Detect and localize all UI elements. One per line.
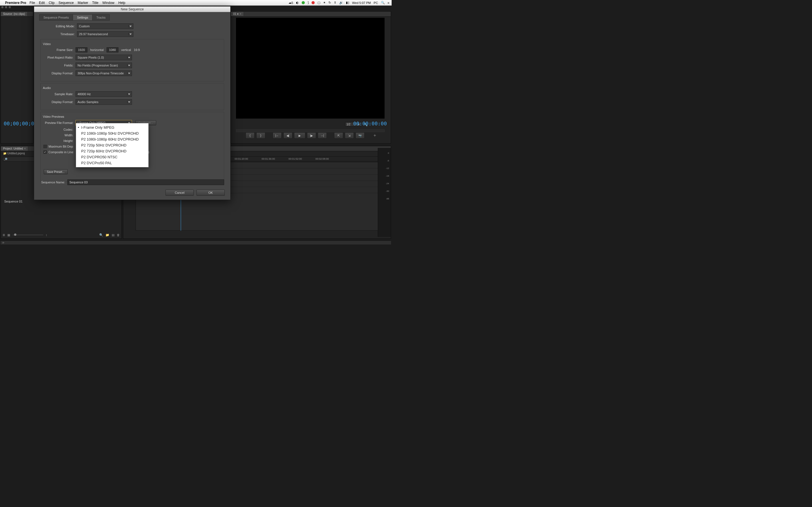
search-input[interactable]: 🔎	[2, 157, 36, 162]
meter-label: -24	[386, 182, 389, 185]
thumbnail-size-slider[interactable]	[12, 234, 43, 235]
menu-clip[interactable]: Clip	[49, 1, 55, 5]
list-view-icon[interactable]: ≣	[3, 233, 5, 237]
fields-label: Fields:	[43, 64, 75, 67]
menu-edit[interactable]: Edit	[39, 1, 45, 5]
creative-cloud-icon[interactable]: ☁ 5	[289, 1, 293, 4]
tab-sequence-presets[interactable]: Sequence Presets	[39, 14, 73, 20]
close-icon[interactable]: ×	[240, 12, 241, 15]
new-bin-icon[interactable]: 📁	[105, 233, 109, 237]
app-name[interactable]: Premiere Pro	[5, 1, 26, 5]
max-bit-depth-checkbox[interactable]	[43, 145, 47, 148]
find-icon[interactable]: 🔍	[99, 233, 103, 237]
ruler-tick: 00:01:20:00	[235, 158, 248, 160]
save-preset-button[interactable]: Save Preset...	[44, 169, 68, 174]
sort-icon[interactable]: ↕	[46, 233, 47, 237]
airplay-icon[interactable]: ▢	[317, 1, 320, 4]
spotlight-icon[interactable]: 🔍	[381, 1, 385, 4]
ok-button[interactable]: OK	[197, 189, 225, 196]
max-bit-depth-label: Maximum Bit Dep	[49, 145, 73, 148]
tab-settings[interactable]: Settings	[73, 14, 93, 20]
source-timecode: 00;00;00;00	[4, 121, 37, 126]
menu-title[interactable]: Title	[92, 1, 98, 5]
codec-label: Codec:	[43, 128, 75, 131]
popup-option[interactable]: P2 DVCPro50 PAL	[76, 160, 148, 166]
chevron-down-icon	[129, 25, 132, 27]
menu-window[interactable]: Window	[102, 1, 114, 5]
meter-label: -6	[387, 159, 389, 162]
step-back-button[interactable]: ◀|	[283, 132, 292, 138]
frame-height-input[interactable]	[107, 47, 118, 52]
window-controls[interactable]	[1, 6, 11, 8]
project-toolbar: ≣ ▦ ↕ 🔍 📁 ▤ 🗑	[3, 232, 120, 237]
preview-file-format-dropdown[interactable]: I-Frame Only MPEG I-Frame Only MPEG P2 1…	[75, 120, 132, 126]
extract-button[interactable]: ⇲	[345, 132, 354, 138]
user-menu[interactable]: PC	[373, 1, 378, 4]
par-dropdown[interactable]: Square Pixels (1.0)	[75, 55, 132, 60]
record-icon[interactable]	[312, 1, 315, 4]
audio-section-label: Audio	[42, 86, 52, 90]
tab-tracks[interactable]: Tracks	[92, 14, 110, 20]
evernote-icon[interactable]	[302, 1, 305, 4]
timebase-dropdown[interactable]: 29.97 frames/second	[77, 31, 133, 37]
tray-icon[interactable]: ✶	[323, 1, 326, 4]
menu-marker[interactable]: Marker	[78, 1, 88, 5]
frame-width-input[interactable]	[75, 47, 87, 52]
volume-icon[interactable]: 🔊	[339, 1, 343, 4]
step-forward-button[interactable]: |▶	[307, 132, 316, 138]
menu-file[interactable]: File	[30, 1, 35, 5]
sample-rate-dropdown[interactable]: 48000 Hz	[75, 91, 132, 97]
chevron-down-icon	[127, 64, 131, 67]
popup-option[interactable]: P2 720p 60Hz DVCPROHD	[76, 148, 148, 154]
tray-icon[interactable]: ◐	[296, 1, 299, 4]
status-icon[interactable]: ⟳	[2, 241, 4, 244]
clock[interactable]: Wed 5:07 PM	[352, 1, 371, 4]
program-timecode: 00:00:00:00	[353, 121, 387, 126]
program-tab[interactable]: 01 ▾×	[231, 12, 244, 16]
chevron-down-icon	[127, 101, 131, 103]
mark-in-button[interactable]: {	[246, 132, 255, 138]
new-item-icon[interactable]: ▤	[112, 233, 114, 237]
sequence-item-label[interactable]: Sequence 01	[4, 200, 22, 203]
sequence-name-input[interactable]	[67, 179, 224, 185]
wifi-icon[interactable]: ⥣	[334, 1, 336, 4]
cancel-button[interactable]: Cancel	[165, 189, 194, 196]
go-to-in-button[interactable]: |←	[273, 132, 282, 138]
program-viewer[interactable]	[236, 18, 385, 119]
icon-view-icon[interactable]: ▦	[7, 233, 10, 237]
battery-icon[interactable]: ▮▯	[346, 1, 349, 4]
preview-height-label: Height:	[43, 139, 75, 143]
popup-option[interactable]: P2 1080i-1080p 60Hz DVCPROHD	[76, 136, 148, 142]
editing-mode-dropdown[interactable]: Custom	[77, 23, 133, 29]
fields-dropdown[interactable]: No Fields (Progressive Scan)	[75, 62, 132, 68]
go-to-out-button[interactable]: →|	[318, 132, 327, 138]
lift-button[interactable]: ⇱	[334, 132, 343, 138]
add-button-icon[interactable]: +	[373, 133, 376, 138]
popup-option[interactable]: P2 720p 50Hz DVCPROHD	[76, 142, 148, 148]
new-sequence-dialog: New Sequence Sequence Presets Settings T…	[34, 6, 231, 200]
tray-icon[interactable]: ⟆	[308, 1, 309, 4]
source-tab[interactable]: Source: (no clips)	[1, 12, 28, 16]
search-icon: 🔎	[4, 158, 7, 161]
popup-option[interactable]: P2 1080i-1080p 50Hz DVCPROHD	[76, 130, 148, 136]
timemachine-icon[interactable]: ↻	[328, 1, 331, 4]
close-icon[interactable]: ×	[24, 147, 26, 150]
audio-display-format-dropdown[interactable]: Audio Samples	[75, 99, 132, 105]
popup-option[interactable]: I-Frame Only MPEG	[76, 124, 148, 130]
composite-checkbox[interactable]: ✓	[43, 151, 47, 154]
notification-icon[interactable]: ≡	[388, 1, 389, 4]
play-button[interactable]: ▶	[294, 132, 305, 138]
popup-option[interactable]: P2 DVCPRO50 NTSC	[76, 154, 148, 160]
aspect-label: 16:9	[134, 48, 140, 52]
menu-sequence[interactable]: Sequence	[58, 1, 73, 5]
fields-value: No Fields (Progressive Scan)	[78, 64, 118, 67]
timebase-value: 29.97 frames/second	[79, 33, 108, 36]
mark-out-button[interactable]: }	[256, 132, 265, 138]
par-value: Square Pixels (1.0)	[78, 56, 104, 59]
menu-help[interactable]: Help	[118, 1, 125, 5]
video-display-format-dropdown[interactable]: 30fps Non-Drop-Frame Timecode	[75, 70, 132, 76]
project-tab[interactable]: Project: Untitled×	[1, 147, 28, 151]
trash-icon[interactable]: 🗑	[117, 233, 120, 237]
cloud-count: 5	[292, 1, 293, 4]
export-frame-button[interactable]: 📷	[356, 132, 364, 138]
